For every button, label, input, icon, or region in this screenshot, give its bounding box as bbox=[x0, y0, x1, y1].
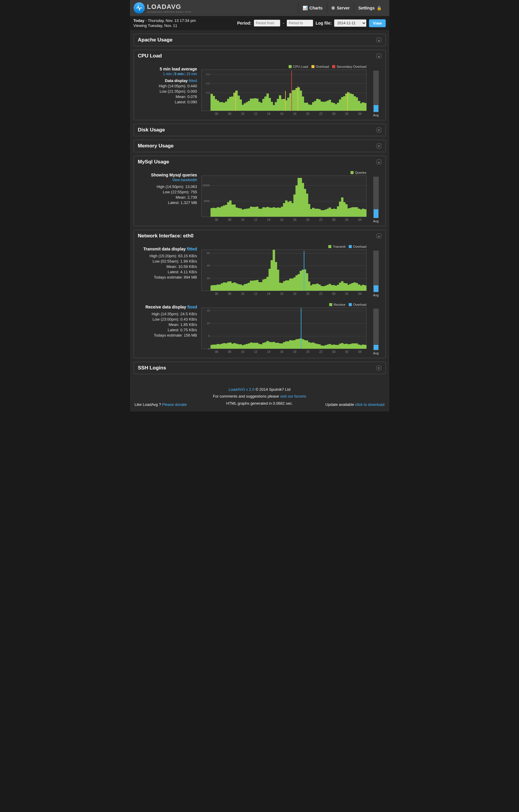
panel-title-memory: Memory Usage bbox=[138, 143, 174, 149]
link-15min[interactable]: 15 min bbox=[186, 72, 197, 76]
lock-icon: 🔒 bbox=[377, 6, 382, 10]
net-rx-chart: ReceiveOverload 051015 06081012141618202… bbox=[201, 303, 367, 353]
logo: LOADAVG ADVANCED SERVER ANALYTICS bbox=[134, 2, 191, 13]
panel-title-ssh: SSH Logins bbox=[138, 365, 166, 371]
topbar: LOADAVG ADVANCED SERVER ANALYTICS 📊Chart… bbox=[130, 0, 389, 16]
nav-server[interactable]: ⚙Server bbox=[327, 3, 354, 13]
viewing-line: Viewing Tuesday, Nov. 11 bbox=[134, 23, 196, 28]
period-from-input[interactable] bbox=[254, 20, 280, 27]
expand-icon[interactable]: ▾ bbox=[377, 127, 381, 132]
net-tx-stats: Transmit data display fitted High (15:20… bbox=[138, 245, 197, 280]
collapse-icon[interactable]: ▴ bbox=[377, 160, 381, 164]
gear-icon: ⚙ bbox=[331, 6, 335, 10]
panel-ssh: SSH Logins▾ bbox=[134, 362, 386, 374]
panel-memory: Memory Usage▾ bbox=[134, 140, 386, 152]
panel-network: Network Interface: eth0▴ Transmit data d… bbox=[134, 230, 386, 358]
panel-title-disk: Disk Usage bbox=[138, 127, 165, 133]
net-rx-stats: Receive data display fixed High (14:35pm… bbox=[138, 303, 197, 338]
panel-title-network: Network Interface: eth0 bbox=[138, 233, 194, 239]
collapse-icon[interactable]: ▴ bbox=[377, 37, 381, 42]
main-nav: 📊Charts ⚙Server Settings🔒 bbox=[298, 3, 385, 13]
forums-link[interactable]: visit our forums bbox=[280, 394, 306, 399]
footer: LoadAVG v 2.0 © 2014 Sputnik7 Ltd For co… bbox=[130, 381, 389, 411]
nav-charts[interactable]: 📊Charts bbox=[298, 3, 326, 13]
dash: - bbox=[283, 21, 284, 25]
donate-link[interactable]: Please donate bbox=[162, 402, 187, 407]
period-to-input[interactable] bbox=[287, 20, 313, 27]
panel-apache: Apache Usage▴ bbox=[134, 34, 386, 46]
chart-icon: 📊 bbox=[302, 6, 308, 10]
expand-icon[interactable]: ▾ bbox=[377, 144, 381, 148]
link-1min[interactable]: 1 min bbox=[163, 72, 172, 76]
pulse-icon bbox=[134, 2, 145, 13]
sub-header: Today - Thursday, Nov. 13 17:34 pm Viewi… bbox=[130, 16, 389, 30]
panel-cpu: CPU Load▴ 5 min load average 1 min|5 min… bbox=[134, 50, 386, 120]
panel-disk: Disk Usage▾ bbox=[134, 124, 386, 136]
cpu-chart: CPU Load Overload Secondary Overload 0.2… bbox=[201, 65, 367, 115]
logfile-label: Log file: bbox=[316, 21, 331, 25]
link-5min[interactable]: 5 min bbox=[174, 72, 183, 76]
expand-icon[interactable]: ▾ bbox=[377, 366, 381, 370]
download-link[interactable]: click to download bbox=[355, 402, 384, 407]
nav-settings[interactable]: Settings🔒 bbox=[354, 3, 385, 13]
collapse-icon[interactable]: ▴ bbox=[377, 234, 381, 238]
footer-version-link[interactable]: LoadAVG v 2.0 bbox=[229, 387, 254, 392]
panel-title-mysql: MySql Usage bbox=[138, 159, 169, 165]
cpu-stats: 5 min load average 1 min|5 min|15 min Da… bbox=[138, 65, 197, 104]
panel-title-cpu: CPU Load bbox=[138, 53, 162, 59]
mysql-stats: Showing Mysql queries View bandwidth Hig… bbox=[138, 171, 197, 205]
collapse-icon[interactable]: ▴ bbox=[377, 54, 381, 58]
net-tx-chart: TransmitOverload 204060 0608101214161820… bbox=[201, 245, 367, 295]
logfile-select[interactable]: 2014-11-11 bbox=[334, 19, 367, 27]
view-button[interactable]: View bbox=[369, 19, 385, 27]
mysql-chart: Queries 500010000 0608101214161820220002… bbox=[201, 171, 367, 221]
today-line: Today - Thursday, Nov. 13 17:34 pm bbox=[134, 18, 196, 23]
panel-title-apache: Apache Usage bbox=[138, 37, 173, 43]
brand-name: LOADAVG bbox=[147, 3, 191, 11]
period-label: Period: bbox=[237, 21, 251, 25]
link-bandwidth[interactable]: View bandwidth bbox=[172, 178, 197, 182]
panel-mysql: MySql Usage▴ Showing Mysql queries View … bbox=[134, 156, 386, 226]
brand-sub: ADVANCED SERVER ANALYTICS bbox=[147, 11, 191, 13]
